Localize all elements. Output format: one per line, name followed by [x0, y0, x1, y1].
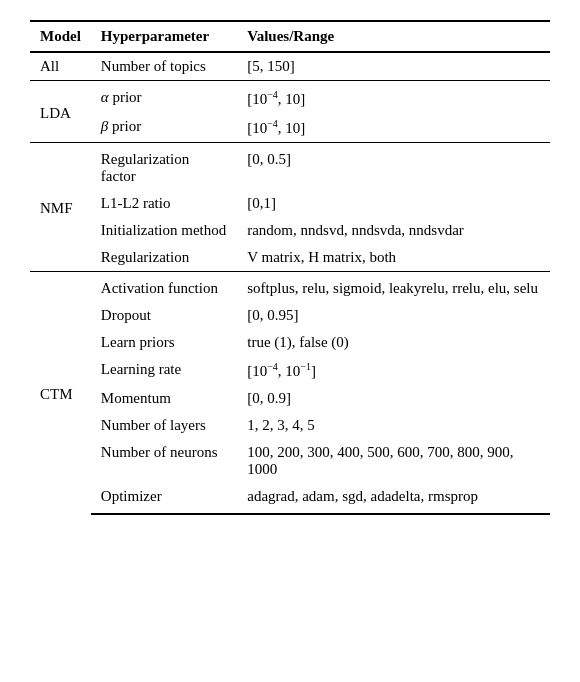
values-cell: 1, 2, 3, 4, 5 — [237, 412, 550, 439]
table-row: Learn priors true (1), false (0) — [30, 329, 550, 356]
values-cell: [0, 0.5] — [237, 143, 550, 191]
hyperparameter-cell: Learning rate — [91, 356, 237, 385]
table-row: Learning rate [10−4, 10−1] — [30, 356, 550, 385]
hyperparameter-cell: Activation function — [91, 272, 237, 303]
table-row: Number of neurons 100, 200, 300, 400, 50… — [30, 439, 550, 483]
hyperparameter-cell: Regularization — [91, 244, 237, 272]
hyperparameter-cell: α prior — [91, 81, 237, 114]
hyperparameter-cell: β prior — [91, 113, 237, 143]
values-cell: adagrad, adam, sgd, adadelta, rmsprop — [237, 483, 550, 514]
hyperparameter-cell: Momentum — [91, 385, 237, 412]
table-row: Number of layers 1, 2, 3, 4, 5 — [30, 412, 550, 439]
table-row: Optimizer adagrad, adam, sgd, adadelta, … — [30, 483, 550, 514]
hyperparameter-cell: Optimizer — [91, 483, 237, 514]
model-cell: NMF — [30, 143, 91, 272]
hyperparameter-cell: Number of neurons — [91, 439, 237, 483]
values-cell: [10−4, 10−1] — [237, 356, 550, 385]
table-row: Regularization V matrix, H matrix, both — [30, 244, 550, 272]
table-row: NMF Regularization factor [0, 0.5] — [30, 143, 550, 191]
table-row: L1-L2 ratio [0,1] — [30, 190, 550, 217]
values-cell: 100, 200, 300, 400, 500, 600, 700, 800, … — [237, 439, 550, 483]
values-cell: [10−4, 10] — [237, 81, 550, 114]
values-cell: [0, 0.95] — [237, 302, 550, 329]
values-cell: [0,1] — [237, 190, 550, 217]
hyperparameter-cell: L1-L2 ratio — [91, 190, 237, 217]
model-cell: All — [30, 52, 91, 81]
model-cell: CTM — [30, 272, 91, 515]
values-cell: [10−4, 10] — [237, 113, 550, 143]
table-row: LDA α prior [10−4, 10] — [30, 81, 550, 114]
values-cell: true (1), false (0) — [237, 329, 550, 356]
table-row: CTM Activation function softplus, relu, … — [30, 272, 550, 303]
table-row: Dropout [0, 0.95] — [30, 302, 550, 329]
model-cell: LDA — [30, 81, 91, 143]
table-row: Initialization method random, nndsvd, nn… — [30, 217, 550, 244]
header-hyperparameter: Hyperparameter — [91, 21, 237, 52]
hyperparameter-cell: Dropout — [91, 302, 237, 329]
hyperparameter-cell: Regularization factor — [91, 143, 237, 191]
table-row: All Number of topics [5, 150] — [30, 52, 550, 81]
values-cell: [5, 150] — [237, 52, 550, 81]
table-row: β prior [10−4, 10] — [30, 113, 550, 143]
values-cell: [0, 0.9] — [237, 385, 550, 412]
header-values: Values/Range — [237, 21, 550, 52]
hyperparameter-cell: Learn priors — [91, 329, 237, 356]
hyperparameter-cell: Number of layers — [91, 412, 237, 439]
hyperparameter-cell: Number of topics — [91, 52, 237, 81]
hyperparameter-cell: Initialization method — [91, 217, 237, 244]
values-cell: softplus, relu, sigmoid, leakyrelu, rrel… — [237, 272, 550, 303]
values-cell: V matrix, H matrix, both — [237, 244, 550, 272]
table-row: Momentum [0, 0.9] — [30, 385, 550, 412]
values-cell: random, nndsvd, nndsvda, nndsvdar — [237, 217, 550, 244]
header-model: Model — [30, 21, 91, 52]
